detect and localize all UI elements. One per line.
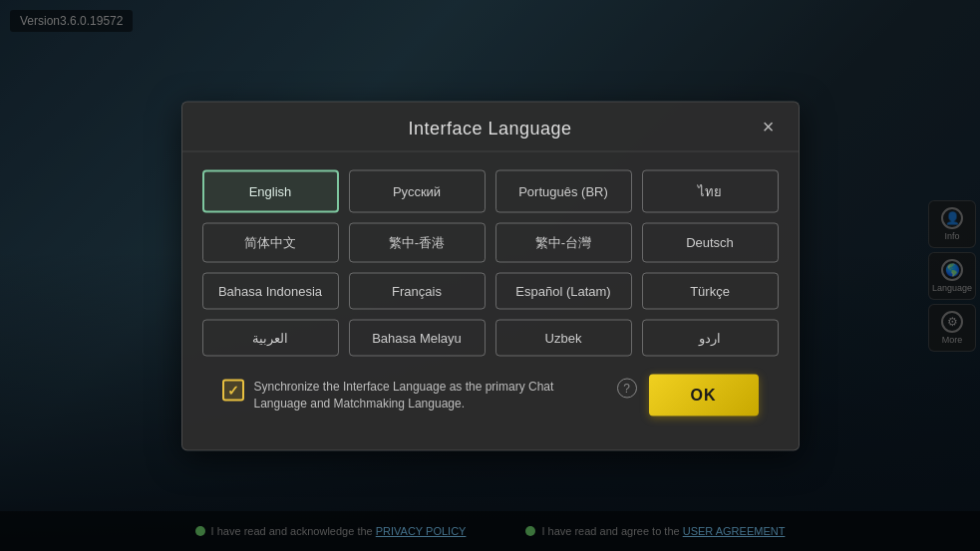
dialog-body: English Русский Português (BR) ไทย 简体中文 … xyxy=(182,151,799,449)
lang-btn-pt-br[interactable]: Português (BR) xyxy=(495,169,632,212)
help-icon[interactable]: ? xyxy=(617,378,637,398)
lang-btn-es[interactable]: Español (Latam) xyxy=(495,272,632,309)
lang-btn-tr[interactable]: Türkçe xyxy=(642,272,779,309)
lang-btn-de[interactable]: Deutsch xyxy=(642,222,779,262)
lang-btn-uz[interactable]: Uzbek xyxy=(495,319,632,356)
lang-btn-zh-hk[interactable]: 繁中-香港 xyxy=(349,222,486,262)
lang-btn-en[interactable]: English xyxy=(202,169,339,212)
lang-btn-ar[interactable]: العربية xyxy=(202,319,339,356)
lang-btn-fr[interactable]: Français xyxy=(349,272,486,309)
lang-btn-ms[interactable]: Bahasa Melayu xyxy=(349,319,486,356)
lang-btn-zh-cn[interactable]: 简体中文 xyxy=(202,222,339,262)
dialog-close-button[interactable]: × xyxy=(755,113,783,140)
ok-button[interactable]: OK xyxy=(649,374,759,415)
language-grid: English Русский Português (BR) ไทย 简体中文 … xyxy=(202,169,779,356)
language-dialog: Interface Language × English Русский Por… xyxy=(181,101,800,450)
lang-btn-zh-tw[interactable]: 繁中-台灣 xyxy=(495,222,632,262)
sync-checkbox-wrap: ✓ Synchronize the Interface Language as … xyxy=(222,378,637,412)
dialog-header: Interface Language × xyxy=(182,102,799,151)
lang-btn-ur[interactable]: اردو xyxy=(642,319,779,356)
dialog-title: Interface Language xyxy=(408,118,571,138)
dialog-footer: ✓ Synchronize the Interface Language as … xyxy=(202,374,779,433)
sync-label: Synchronize the Interface Language as th… xyxy=(254,378,607,412)
lang-btn-th[interactable]: ไทย xyxy=(642,169,779,212)
lang-btn-ru[interactable]: Русский xyxy=(349,169,486,212)
lang-btn-id[interactable]: Bahasa Indonesia xyxy=(202,272,339,309)
checkmark-icon: ✓ xyxy=(227,382,239,398)
sync-checkbox[interactable]: ✓ xyxy=(222,379,244,401)
